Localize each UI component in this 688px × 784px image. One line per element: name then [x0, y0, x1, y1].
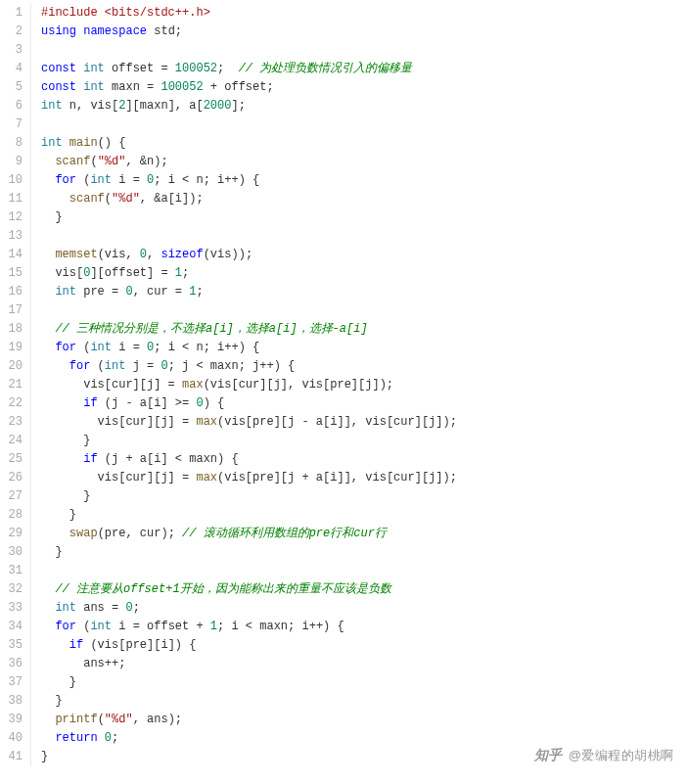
line-number: 33 [0, 599, 23, 618]
code-token: ) { [204, 396, 225, 410]
code-line: vis[0][offset] = 1; [41, 264, 688, 283]
watermark-text: @爱编程的胡桃啊 [569, 747, 674, 764]
code-token: const [41, 80, 76, 94]
line-number: 16 [0, 283, 23, 301]
code-token: for [55, 620, 76, 633]
line-number: 22 [0, 394, 23, 413]
code-token [41, 248, 55, 261]
code-token: using [41, 24, 76, 38]
code-token [98, 731, 105, 745]
code-line: if (vis[pre][i]) { [41, 636, 688, 655]
code-token: 1 [210, 620, 217, 633]
code-token: + offset; [204, 80, 274, 94]
code-token: max [196, 471, 217, 484]
code-token: swap [69, 527, 98, 540]
code-token: ; [196, 285, 203, 299]
code-token: ( [76, 341, 90, 354]
code-line [41, 115, 688, 134]
line-number: 10 [0, 171, 23, 190]
code-token: return [55, 731, 97, 745]
line-number: 40 [0, 729, 23, 748]
line-number: 35 [0, 636, 23, 655]
code-line: int ans = 0; [41, 599, 688, 618]
code-token: , cur = [133, 285, 190, 299]
code-token [98, 6, 105, 20]
code-token: , &n); [125, 155, 167, 168]
code-token: max [182, 378, 204, 392]
zhihu-logo-icon: 知乎 [534, 747, 563, 764]
code-line: #include <bits/stdc++.h> [41, 4, 688, 23]
code-token: #include [41, 6, 98, 20]
line-number: 6 [0, 97, 23, 115]
code-token [41, 285, 55, 299]
code-line: if (j + a[i] < maxn) { [41, 450, 688, 469]
line-number: 24 [0, 432, 23, 450]
code-line [41, 41, 688, 60]
code-line: // 三种情况分别是，不选择a[i]，选择a[i]，选择-a[i] [41, 320, 688, 339]
line-number: 8 [0, 134, 23, 153]
line-number: 9 [0, 153, 23, 171]
watermark: 知乎 @爱编程的胡桃啊 [534, 747, 674, 764]
line-number: 18 [0, 320, 23, 339]
code-token [41, 396, 83, 410]
code-token: int [83, 62, 105, 75]
code-token: 0 [125, 285, 132, 299]
line-number: 17 [0, 301, 23, 320]
code-token: (vis)); [204, 248, 252, 261]
line-number: 37 [0, 673, 23, 692]
code-line: } [41, 673, 688, 692]
code-token: (vis[pre][i]) { [83, 638, 196, 652]
code-token: <bits/stdc++.h> [105, 6, 210, 20]
code-token: () { [98, 136, 126, 150]
code-token: (vis[pre][j + a[i]], vis[cur][j]); [217, 471, 457, 484]
code-token [41, 601, 55, 615]
code-token: } [41, 489, 90, 503]
code-token: i = offset + [112, 620, 210, 633]
code-token: vis[cur][j] = [41, 415, 196, 429]
code-token: } [41, 545, 63, 559]
code-line: scanf("%d", &n); [41, 153, 688, 171]
code-token: scanf [69, 192, 105, 206]
line-number: 26 [0, 469, 23, 487]
code-line: } [41, 208, 688, 227]
line-number: 12 [0, 208, 23, 227]
code-token: // 注意要从offset+1开始，因为能称出来的重量不应该是负数 [55, 582, 390, 596]
code-token: ans++; [41, 657, 125, 670]
code-token: for [55, 173, 76, 187]
code-token: int [55, 285, 76, 299]
line-number: 31 [0, 562, 23, 580]
code-line: vis[cur][j] = max(vis[cur][j], vis[pre][… [41, 376, 688, 394]
code-token: max [196, 415, 217, 429]
code-token: ( [90, 155, 97, 168]
code-token: const [41, 62, 76, 75]
code-token: // 为处理负数情况引入的偏移量 [239, 62, 413, 75]
code-token: } [41, 675, 76, 689]
code-token: int [105, 359, 126, 373]
code-line: } [41, 487, 688, 506]
code-token: ( [76, 173, 90, 187]
code-token: scanf [55, 155, 90, 168]
code-line: memset(vis, 0, sizeof(vis)); [41, 246, 688, 264]
code-token: ; [112, 731, 118, 745]
code-token: (j - a[i] >= [98, 396, 197, 410]
code-token [41, 192, 69, 206]
code-token: if [83, 396, 97, 410]
line-number: 36 [0, 655, 23, 673]
code-token: 0 [105, 731, 112, 745]
code-token: (j + a[i] < maxn) { [98, 452, 239, 466]
code-line: } [41, 506, 688, 525]
code-token: i = [112, 341, 147, 354]
line-number: 39 [0, 711, 23, 729]
code-token: main [69, 136, 98, 150]
code-token: // 三种情况分别是，不选择a[i]，选择a[i]，选择-a[i] [55, 322, 367, 336]
code-token: namespace [83, 24, 147, 38]
code-line: for (int i = 0; i < n; i++) { [41, 339, 688, 357]
code-token [63, 136, 69, 150]
code-line: } [41, 692, 688, 711]
code-area: #include <bits/stdc++.h>using namespace … [31, 4, 688, 766]
code-token [41, 155, 55, 168]
line-number-gutter: 1234567891011121314151617181920212223242… [0, 4, 31, 766]
code-token: } [41, 750, 48, 763]
code-token: sizeof [161, 248, 203, 261]
code-token: ][maxn], a[ [125, 99, 203, 113]
